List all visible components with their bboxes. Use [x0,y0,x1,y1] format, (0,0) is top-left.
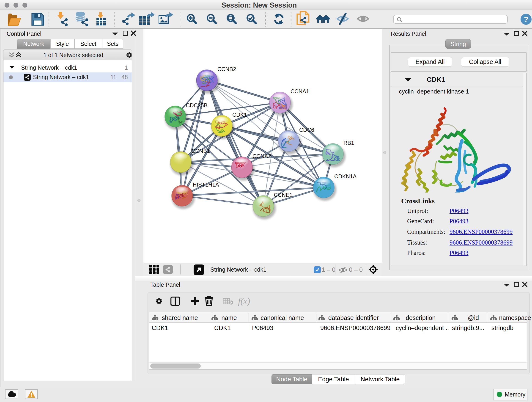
svg-text:CCNB1: CCNB1 [191,148,210,154]
svg-text:CDC6: CDC6 [299,127,314,133]
svg-text:HIST1H1A: HIST1H1A [193,182,219,188]
svg-text:CCNA2: CCNA2 [253,153,271,159]
svg-text:CDC25B: CDC25B [186,102,208,108]
svg-text:CCNA1: CCNA1 [291,88,309,95]
svg-text:CDKN1A: CDKN1A [334,173,356,179]
svg-text:RB1: RB1 [343,140,354,146]
svg-text:CCNB2: CCNB2 [217,66,236,72]
svg-text:CCNE1: CCNE1 [274,192,292,198]
svg-text:CDK1: CDK1 [232,112,247,118]
